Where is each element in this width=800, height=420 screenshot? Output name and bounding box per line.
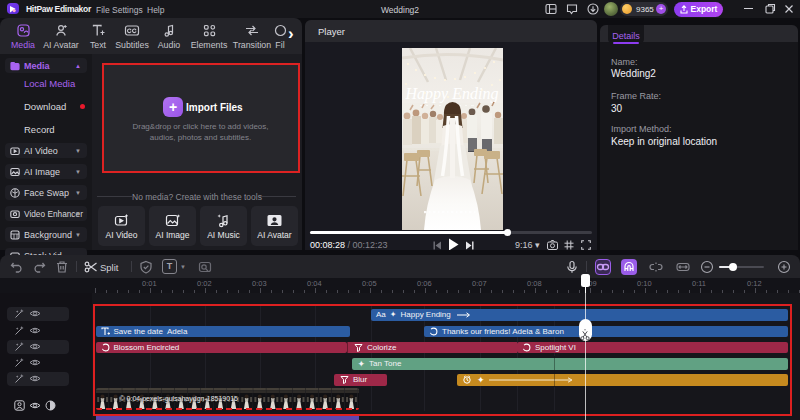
svg-text:Happy Ending: Happy Ending — [405, 85, 499, 103]
